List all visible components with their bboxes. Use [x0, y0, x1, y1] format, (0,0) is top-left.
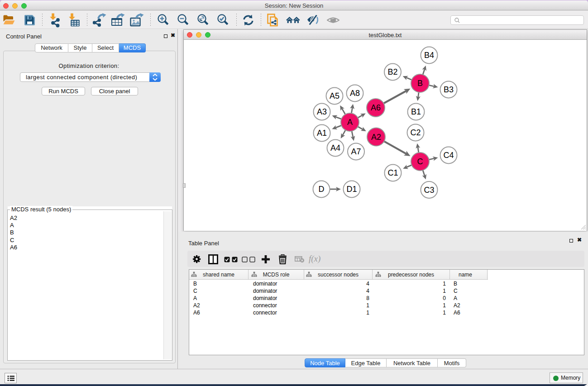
svg-text:B3: B3	[444, 85, 454, 94]
svg-text:A8: A8	[350, 89, 360, 98]
svg-text:D: D	[319, 185, 325, 194]
svg-text:A: A	[347, 118, 353, 127]
svg-text:B2: B2	[387, 67, 397, 76]
svg-text:A6: A6	[371, 103, 381, 112]
svg-text:C1: C1	[387, 168, 398, 177]
svg-text:A5: A5	[330, 91, 339, 100]
svg-text:A1: A1	[317, 129, 327, 138]
svg-text:C3: C3	[424, 186, 434, 195]
svg-text:B1: B1	[411, 107, 421, 116]
svg-text:C2: C2	[410, 128, 421, 137]
svg-text:D1: D1	[346, 185, 357, 194]
svg-text:A2: A2	[371, 133, 381, 142]
svg-text:A4: A4	[330, 143, 340, 152]
svg-text:B: B	[417, 79, 423, 88]
svg-text:C: C	[417, 157, 423, 166]
svg-text:A3: A3	[317, 107, 327, 116]
svg-text:C4: C4	[443, 151, 454, 160]
svg-text:B4: B4	[424, 51, 434, 60]
svg-text:A7: A7	[351, 147, 361, 156]
